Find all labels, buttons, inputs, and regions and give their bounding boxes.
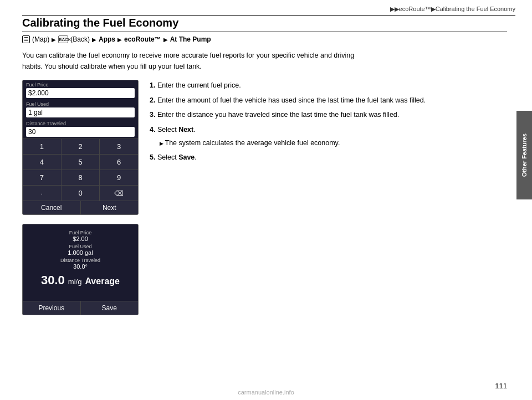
- key-8[interactable]: 8: [62, 170, 100, 185]
- cancel-button[interactable]: Cancel: [23, 201, 80, 214]
- step-4: Select Next. The system calculates the a…: [150, 124, 507, 148]
- step-3: Enter the distance you have traveled sin…: [150, 109, 507, 121]
- instructions-column: Enter the current fuel price. Enter the …: [150, 80, 507, 167]
- fuel-price-field: Fuel Price $2.000: [23, 80, 138, 100]
- summary-distance-value: 30.0°: [27, 263, 134, 270]
- key-9[interactable]: 9: [100, 170, 138, 185]
- step-5: Select Save.: [150, 152, 507, 163]
- step-1: Enter the current fuel price.: [150, 80, 507, 91]
- summary-nav-buttons: Previous Save: [23, 301, 138, 315]
- step-2: Enter the amount of fuel the vehicle has…: [150, 95, 507, 106]
- key-1[interactable]: 1: [23, 139, 61, 154]
- key-5[interactable]: 5: [62, 155, 100, 170]
- key-4[interactable]: 4: [23, 155, 61, 170]
- breadcrumb-pump: At The Pump: [170, 35, 211, 43]
- key-backspace[interactable]: ⌫: [100, 186, 138, 201]
- fuel-used-field: Fuel Used 1 gal: [23, 100, 138, 119]
- distance-value[interactable]: 30: [26, 127, 135, 137]
- steps-list: Enter the current fuel price. Enter the …: [150, 80, 507, 163]
- distance-label: Distance Traveled: [26, 121, 135, 126]
- summary-fuel-price-label: Fuel Price: [27, 230, 134, 235]
- key-2[interactable]: 2: [62, 139, 100, 154]
- keypad: 1 2 3 4 5 6 7 8 9 . 0 ⌫: [23, 139, 138, 201]
- key-3[interactable]: 3: [100, 139, 138, 154]
- key-6[interactable]: 6: [100, 155, 138, 170]
- screen-action-buttons: Cancel Next: [23, 201, 138, 214]
- device-screen-2: Fuel Price $2.00 Fuel Used 1.000 gal Dis…: [22, 224, 139, 315]
- summary-fuel-used-value: 1.000 gal: [27, 249, 134, 256]
- map-icon: ☰: [22, 35, 30, 43]
- two-column-layout: Fuel Price $2.000 Fuel Used 1 gal Distan…: [22, 80, 507, 315]
- summary-fuel-used-label: Fuel Used: [27, 244, 134, 249]
- breadcrumb-apps: Apps: [99, 35, 115, 43]
- screen-form: Fuel Price $2.000 Fuel Used 1 gal Distan…: [23, 80, 138, 139]
- breadcrumb-back-label: (Back): [70, 35, 90, 43]
- page-number: 111: [495, 382, 507, 390]
- fuel-used-value[interactable]: 1 gal: [26, 107, 135, 117]
- breadcrumb-ecoroute: ecoRoute™: [124, 35, 161, 43]
- chapter-label: Other Features: [521, 134, 528, 177]
- device-screen-1: Fuel Price $2.000 Fuel Used 1 gal Distan…: [22, 80, 139, 215]
- summary-average-label: Average: [85, 276, 120, 286]
- save-button[interactable]: Save: [81, 301, 139, 315]
- key-0[interactable]: 0: [62, 186, 100, 201]
- breadcrumb: ☰ (Map) ▶ BACK (Back) ▶ Apps ▶ ecoRoute™…: [22, 35, 507, 43]
- fuel-price-value[interactable]: $2.000: [26, 88, 135, 98]
- summary-fuel-price-value: $2.00: [27, 235, 134, 242]
- fuel-price-label: Fuel Price: [26, 82, 135, 88]
- summary-distance-label: Distance Traveled: [27, 258, 134, 263]
- section-title: Calibrating the Fuel Economy: [22, 17, 507, 32]
- summary-big-number: 30.0: [41, 273, 65, 288]
- header-breadcrumb: ▶▶ecoRoute™▶Calibrating the Fuel Economy: [390, 6, 515, 12]
- screens-column: Fuel Price $2.000 Fuel Used 1 gal Distan…: [22, 80, 139, 315]
- summary-unit: mi/g: [68, 278, 82, 286]
- page-header: ▶▶ecoRoute™▶Calibrating the Fuel Economy: [22, 6, 515, 16]
- main-content: Calibrating the Fuel Economy ☰ (Map) ▶ B…: [22, 17, 507, 378]
- summary-screen: Fuel Price $2.00 Fuel Used 1.000 gal Dis…: [23, 224, 138, 296]
- key-dot[interactable]: .: [23, 186, 61, 201]
- distance-traveled-field: Distance Traveled 30: [23, 119, 138, 139]
- fuel-used-label: Fuel Used: [26, 101, 135, 107]
- summary-average-display: 30.0mi/g Average: [27, 273, 134, 288]
- back-icon: BACK: [58, 35, 68, 43]
- previous-button[interactable]: Previous: [23, 301, 80, 315]
- step-4-subtext: The system calculates the average vehicl…: [150, 137, 507, 149]
- breadcrumb-map-label: (Map): [32, 35, 49, 43]
- chapter-tab: Other Features: [516, 111, 532, 199]
- key-7[interactable]: 7: [23, 170, 61, 185]
- next-button[interactable]: Next: [81, 201, 139, 214]
- watermark: carmanualonline.info: [238, 389, 294, 396]
- intro-paragraph: You can calibrate the fuel economy to re…: [22, 50, 366, 72]
